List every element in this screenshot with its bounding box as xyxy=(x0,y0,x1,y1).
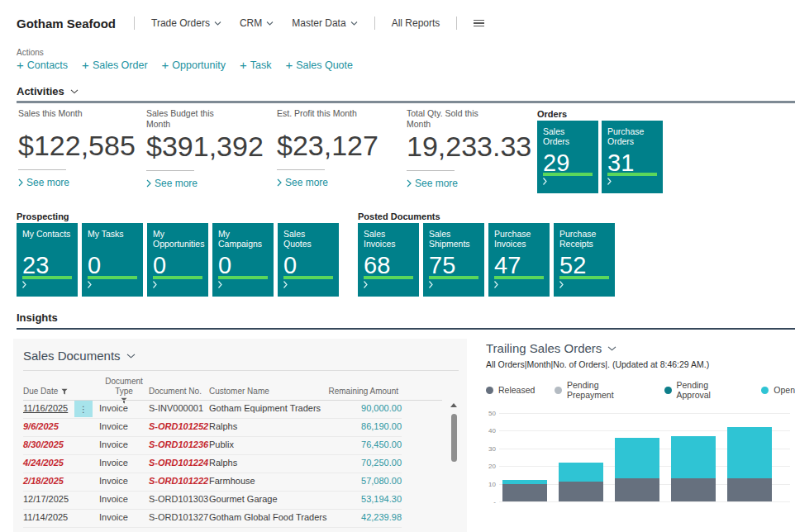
due-date-link[interactable]: 8/30/2025 xyxy=(23,439,64,449)
vertical-scrollbar[interactable] xyxy=(450,401,458,532)
due-date-link[interactable]: 2/18/2025 xyxy=(23,476,64,486)
sales-orders-tile[interactable]: Sales Orders 29 xyxy=(537,121,598,193)
table-row[interactable]: 12/17/2025InvoiceS-ORD101303Gourmet Gara… xyxy=(23,492,402,510)
chevron-right-icon xyxy=(18,178,23,187)
posted-documents-group-title: Posted Documents xyxy=(358,211,440,221)
bar-segment-open[interactable] xyxy=(671,436,716,478)
bar-segment-released[interactable] xyxy=(615,478,659,501)
legend-item[interactable]: Released xyxy=(486,385,535,395)
kpi-divider xyxy=(18,169,66,170)
plus-icon: + xyxy=(162,60,169,70)
tile-progress-bar xyxy=(22,276,72,279)
my-campaigns-tile[interactable]: My Campaigns 0 xyxy=(212,223,274,297)
document-no-cell[interactable]: S-ORD101252 xyxy=(149,421,208,431)
column-label: Document No. xyxy=(149,387,202,396)
table-row[interactable]: 4/24/2025InvoiceS-ORD101224Ralphs70,250.… xyxy=(23,455,402,473)
bar-segment-released[interactable] xyxy=(727,478,772,501)
sales-quotes-tile[interactable]: Sales Quotes 0 xyxy=(278,223,339,297)
action-label: Sales Order xyxy=(93,59,148,71)
action-label: Contacts xyxy=(27,59,68,71)
nav-trade-orders[interactable]: Trade Orders xyxy=(151,17,221,29)
bar-segment-released[interactable] xyxy=(671,478,716,501)
orders-group-title: Orders xyxy=(537,109,567,119)
actions-row: +Contacts +Sales Order +Opportunity +Tas… xyxy=(17,59,353,71)
chart-heading[interactable]: Trailing Sales Orders xyxy=(486,341,795,355)
sales-documents-heading[interactable]: Sales Documents xyxy=(23,349,136,363)
see-more-link[interactable]: See more xyxy=(277,177,401,188)
nav-all-reports[interactable]: All Reports xyxy=(392,17,440,29)
bar-segment-open[interactable] xyxy=(502,480,547,483)
column-label: Document Type xyxy=(105,377,143,396)
my-tasks-tile[interactable]: My Tasks 0 xyxy=(82,223,143,297)
due-date-link[interactable]: 9/6/2025 xyxy=(23,421,59,431)
my-contacts-tile[interactable]: My Contacts 23 xyxy=(17,223,78,297)
column-header-document-no[interactable]: Document No. xyxy=(149,387,202,396)
document-no-cell[interactable]: S-ORD101327 xyxy=(149,512,208,522)
scroll-up-arrow-icon[interactable] xyxy=(450,403,457,407)
new-task-action[interactable]: +Task xyxy=(240,59,271,71)
table-body: 11/16/2025⋮InvoiceS-INV000001Gotham Equi… xyxy=(23,401,402,532)
legend-item[interactable]: Pending Approval xyxy=(664,380,741,400)
purchase-receipts-tile[interactable]: Purchase Receipts 52 xyxy=(554,223,615,297)
kpi-sales-budget: Sales Budget this Month $391,392 See mor… xyxy=(146,108,270,189)
nav-master-data[interactable]: Master Data xyxy=(292,17,357,29)
hamburger-menu-icon[interactable] xyxy=(474,20,484,27)
bar-segment-open[interactable] xyxy=(727,427,772,478)
table-row[interactable]: 6/21/2024InvoiceS-ORD101214Whole Foods M… xyxy=(23,528,402,532)
legend-item[interactable]: Pending Prepayment xyxy=(555,380,645,400)
bar-segment-open[interactable] xyxy=(559,463,603,482)
table-row[interactable]: 11/16/2025⋮InvoiceS-INV000001Gotham Equi… xyxy=(23,401,402,419)
plus-icon: + xyxy=(285,60,293,70)
chevron-right-icon xyxy=(543,173,547,188)
sales-invoices-tile[interactable]: Sales Invoices 68 xyxy=(358,223,419,297)
kpi-value: 19,233.33 xyxy=(407,131,531,163)
due-date-link[interactable]: 11/14/2025 xyxy=(23,512,68,522)
purchase-orders-tile[interactable]: Purchase Orders 31 xyxy=(602,121,663,193)
document-no-cell[interactable]: S-ORD101236 xyxy=(149,439,208,449)
see-more-link[interactable]: See more xyxy=(146,178,270,189)
sales-shipments-tile[interactable]: Sales Shipments 75 xyxy=(423,223,484,297)
nav-master-data-label: Master Data xyxy=(292,17,345,29)
chevron-right-icon xyxy=(559,277,564,292)
column-header-customer-name[interactable]: Customer Name xyxy=(209,387,269,396)
my-opportunities-tile[interactable]: My Opportunities 0 xyxy=(147,223,208,297)
activities-heading[interactable]: Activities xyxy=(17,85,79,97)
bar-segment-open[interactable] xyxy=(615,438,659,478)
see-more-link[interactable]: See more xyxy=(407,178,531,189)
bar-segment-released[interactable] xyxy=(502,484,547,501)
see-more-link[interactable]: See more xyxy=(18,177,142,188)
kpi-sales-this-month: Sales this Month $122,585 See more xyxy=(18,108,142,188)
document-no-cell[interactable]: S-ORD101222 xyxy=(149,476,208,486)
due-date-link[interactable]: 12/17/2025 xyxy=(23,494,69,504)
chart-title: Trailing Sales Orders xyxy=(486,341,602,355)
scrollbar-thumb[interactable] xyxy=(451,414,457,462)
actions-label: Actions xyxy=(17,48,44,57)
document-no-cell[interactable]: S-ORD101303 xyxy=(149,494,208,504)
new-opportunity-action[interactable]: +Opportunity xyxy=(162,59,226,71)
purchase-invoices-tile[interactable]: Purchase Invoices 47 xyxy=(488,223,550,297)
customer-name-cell: Farmhouse xyxy=(209,476,255,486)
legend-item[interactable]: Open xyxy=(761,385,795,395)
tile-label: Sales Invoices xyxy=(364,229,413,250)
chevron-right-icon xyxy=(494,277,498,292)
table-row[interactable]: 2/18/2025InvoiceS-ORD101222Farmhouse57,0… xyxy=(23,473,402,492)
new-contacts-action[interactable]: +Contacts xyxy=(17,59,68,71)
row-context-menu-button[interactable]: ⋮ xyxy=(74,401,93,417)
table-row[interactable]: 9/6/2025InvoiceS-ORD101252Ralphs86,190.0… xyxy=(23,419,402,437)
due-date-link[interactable]: 11/16/2025 xyxy=(23,403,68,413)
top-navigation: Gotham Seafood Trade Orders CRM Master D… xyxy=(17,14,788,32)
action-label: Sales Quote xyxy=(296,59,353,71)
table-row[interactable]: 8/30/2025InvoiceS-ORD101236Publix76,450.… xyxy=(23,437,402,455)
nav-crm[interactable]: CRM xyxy=(240,17,274,29)
new-sales-quote-action[interactable]: +Sales Quote xyxy=(285,59,353,71)
due-date-link[interactable]: 4/24/2025 xyxy=(23,458,64,468)
column-header-remaining-amount[interactable]: Remaining Amount xyxy=(316,387,398,396)
chevron-down-icon xyxy=(266,21,274,26)
document-no-cell[interactable]: S-ORD101224 xyxy=(149,458,208,468)
document-no-cell[interactable]: S-INV000001 xyxy=(149,403,203,413)
column-header-due-date[interactable]: Due Date xyxy=(23,387,68,396)
table-row[interactable]: 11/14/2025InvoiceS-ORD101327Gotham Globa… xyxy=(23,510,402,528)
customer-name-cell: Ralphs xyxy=(209,421,237,431)
new-sales-order-action[interactable]: +Sales Order xyxy=(82,59,147,71)
bar-segment-released[interactable] xyxy=(559,482,603,501)
